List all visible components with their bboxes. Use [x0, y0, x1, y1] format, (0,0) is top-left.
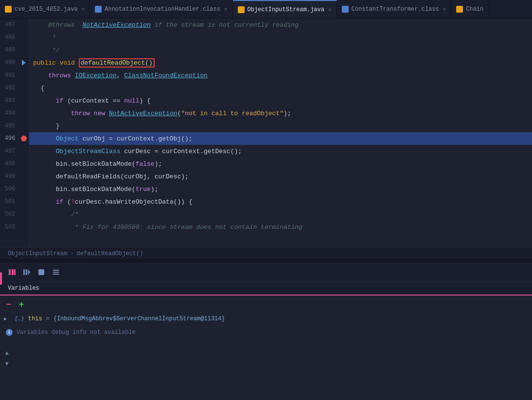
variable-type-icon: {…}: [15, 316, 24, 322]
code-line-493: if (curContext == null) {: [29, 94, 532, 107]
tab-close-button[interactable]: ✕: [328, 6, 332, 13]
tab-label: Chain: [466, 6, 483, 13]
step-over-button[interactable]: [20, 266, 33, 278]
line-row-498: 498: [0, 157, 29, 170]
line-number: 495: [0, 122, 19, 129]
line-number: 494: [0, 110, 19, 117]
line-row-499: 499: [0, 170, 29, 183]
line-row-495: 495: [0, 120, 29, 132]
step-into-button[interactable]: [35, 266, 48, 278]
line-number: 493: [0, 97, 19, 104]
svg-rect-7: [53, 270, 59, 271]
info-icon: i: [6, 329, 13, 336]
line-row-489: 489: [0, 44, 29, 56]
line-number: 489: [0, 47, 19, 53]
tab-chain[interactable]: Chain: [451, 0, 489, 18]
tab-label: ConstantTransformer.class: [352, 6, 439, 13]
tab-label: ObjectInputStream.java: [248, 6, 324, 13]
line-row-496: 496: [0, 132, 29, 145]
code-line-495: }: [29, 120, 532, 132]
variables-tab[interactable]: Variables: [0, 282, 47, 296]
variable-row-this: ▶ {…} this = {InboundMsgAbbrev$ServerCha…: [0, 312, 532, 326]
class-file-icon: [95, 6, 102, 13]
line-number: 503: [0, 224, 19, 230]
line-number: 487: [0, 21, 19, 28]
class-file-icon: [342, 6, 349, 13]
line-row-487: 487: [0, 18, 29, 31]
code-line-498: bin.setBlockDataMode(false);: [29, 157, 532, 170]
debug-info-row: i Variables debug info not available: [0, 326, 532, 339]
line-row-501: 501: [0, 195, 29, 208]
resume-button[interactable]: [6, 266, 18, 278]
debug-toolbar: [0, 262, 532, 282]
debug-info-message: Variables debug info not available: [17, 329, 136, 336]
code-line-490: public void defaultReadObject(): [29, 56, 532, 69]
line-number: 488: [0, 34, 19, 41]
breakpoint-indicator: [19, 136, 29, 141]
variable-value: {InboundMsgAbbrev$ServerChannelInputStre…: [53, 315, 225, 322]
line-row-492: 492: [0, 82, 29, 94]
debug-tabs: Variables: [0, 282, 532, 296]
code-line-503: * Fix for 4360508: since stream does not…: [29, 221, 532, 233]
debug-panel: Variables − + ▶ {…} this = {InboundMsgAb…: [0, 262, 532, 400]
variable-name: this: [28, 315, 42, 322]
code-line-488: *: [29, 31, 532, 44]
breadcrumb-bar: ObjectInputStream › defaultReadObject(): [0, 247, 532, 260]
bookmark-icon: [22, 60, 26, 66]
step-into-icon: [37, 268, 45, 276]
scroll-down-button[interactable]: ▼: [2, 359, 12, 369]
code-line-501: if (!curDesc.hasWriteObjectData()) {: [29, 195, 532, 208]
play-icon: [8, 268, 16, 276]
tab-cve[interactable]: cve_2015_4852.java ✕: [0, 0, 90, 18]
code-line-489: */: [29, 44, 532, 56]
tab-close-button[interactable]: ✕: [82, 6, 85, 12]
variables-area: − + ▶ {…} this = {InboundMsgAbbrev$Serve…: [0, 296, 532, 400]
code-line-499: defaultReadFields(curObj, curDesc);: [29, 170, 532, 183]
line-row-494: 494: [0, 107, 29, 120]
list-icon: [52, 268, 60, 276]
list-view-button[interactable]: [50, 266, 62, 278]
svg-rect-1: [12, 269, 14, 275]
code-line-494: throw new NotActiveException("not in cal…: [29, 107, 532, 120]
code-line-491: throws IOException, ClassNotFoundExcepti…: [29, 69, 532, 82]
line-row-491: 491: [0, 69, 29, 82]
line-number: 501: [0, 198, 19, 205]
code-editor: 487 488 489 490 491: [0, 18, 532, 247]
svg-rect-3: [23, 269, 25, 275]
line-row-500: 500: [0, 183, 29, 195]
tab-label: AnnotationInvocationHandler.class: [105, 6, 220, 13]
line-number: 492: [0, 85, 19, 91]
tab-close-button[interactable]: ✕: [224, 6, 228, 12]
line-number-list: 487 488 489 490 491: [0, 18, 29, 233]
svg-rect-6: [38, 269, 44, 275]
java-file-icon: [5, 6, 12, 13]
bookmark-indicator: [19, 60, 29, 66]
svg-rect-9: [53, 274, 59, 275]
expand-icon[interactable]: ▶: [4, 316, 12, 322]
line-number: 497: [0, 148, 19, 155]
line-row-503: 503: [0, 221, 29, 233]
line-row-493: 493: [0, 94, 29, 107]
breakpoint-icon: [21, 136, 27, 141]
variable-equals: =: [46, 315, 50, 322]
breadcrumb-method: defaultReadObject(): [77, 250, 143, 257]
java-file-icon: [456, 6, 463, 13]
scroll-up-button[interactable]: ▲: [2, 348, 12, 358]
line-row-497: 497: [0, 145, 29, 157]
remove-variable-button[interactable]: −: [4, 300, 14, 310]
add-variable-button[interactable]: +: [17, 300, 26, 310]
tab-close-button[interactable]: ✕: [443, 6, 446, 12]
line-gutter: 487 488 489 490 491: [0, 18, 29, 247]
code-line-496: Object curObj = curContext.getObj();: [29, 132, 532, 145]
code-line-492: {: [29, 82, 532, 94]
code-lines: @throws NotActiveException if the stream…: [29, 18, 532, 247]
line-row-488: 488: [0, 31, 29, 44]
breadcrumb-class: ObjectInputStream: [8, 250, 67, 257]
svg-marker-5: [28, 269, 30, 275]
tab-constanttransformer[interactable]: ConstantTransformer.class ✕: [337, 0, 452, 18]
line-number: 490: [0, 59, 19, 66]
svg-rect-4: [26, 269, 27, 275]
tab-annotation[interactable]: AnnotationInvocationHandler.class ✕: [90, 0, 232, 18]
tab-objectinputstream[interactable]: ObjectInputStream.java ✕: [233, 0, 337, 18]
svg-rect-2: [14, 269, 16, 275]
